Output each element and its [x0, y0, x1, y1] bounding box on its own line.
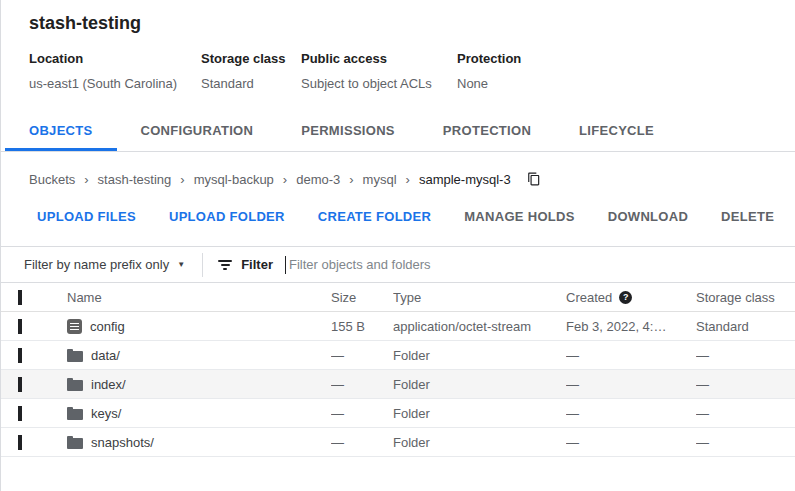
info-label: Location [29, 51, 201, 66]
info-value: us-east1 (South Carolina) [29, 76, 201, 91]
column-header-size: Size [331, 290, 393, 305]
table-header-row: Name Size Type Created ? Storage class [1, 283, 795, 312]
row-checkbox[interactable] [18, 319, 22, 334]
row-checkbox[interactable] [18, 406, 22, 421]
delete-button[interactable]: DELETE [721, 209, 774, 224]
breadcrumb-item-buckets[interactable]: Buckets [29, 172, 75, 187]
object-name-link[interactable]: index/ [91, 377, 126, 392]
column-header-storage-class: Storage class [696, 290, 795, 305]
folder-icon [67, 380, 83, 391]
filter-input[interactable] [289, 257, 795, 272]
row-checkbox[interactable] [18, 377, 22, 392]
object-size: — [331, 348, 393, 363]
info-value: Standard [201, 76, 301, 91]
object-created: — [566, 406, 696, 421]
filter-list-icon [218, 260, 232, 270]
column-header-name: Name [67, 290, 331, 305]
breadcrumb-item-folder[interactable]: mysql [363, 172, 397, 187]
dropdown-arrow-icon: ▼ [177, 260, 185, 269]
row-checkbox[interactable] [18, 348, 22, 363]
tab-configuration[interactable]: CONFIGURATION [117, 112, 278, 151]
chevron-right-icon: › [180, 172, 184, 187]
object-storage-class: Standard [696, 319, 795, 334]
row-checkbox[interactable] [18, 435, 22, 450]
object-created: — [566, 348, 696, 363]
chevron-right-icon: › [406, 172, 410, 187]
text-caret [285, 256, 286, 274]
object-name-link[interactable]: snapshots/ [91, 435, 154, 450]
vertical-divider [202, 253, 203, 277]
folder-icon [67, 438, 83, 449]
object-storage-class: — [696, 435, 795, 450]
tab-objects[interactable]: OBJECTS [5, 112, 117, 151]
bucket-info-row: Location us-east1 (South Carolina) Stora… [29, 51, 795, 91]
object-type: Folder [393, 377, 566, 392]
tab-protection[interactable]: PROTECTION [419, 112, 555, 151]
object-size: 155 B [331, 319, 393, 334]
info-label: Storage class [201, 51, 301, 66]
object-type: Folder [393, 435, 566, 450]
object-storage-class: — [696, 348, 795, 363]
table-row: snapshots/ — Folder — — [1, 428, 795, 457]
object-name-link[interactable]: data/ [91, 348, 120, 363]
object-storage-class: — [696, 406, 795, 421]
breadcrumb-item-folder[interactable]: demo-3 [296, 172, 340, 187]
table-row: config 155 B application/octet-stream Fe… [1, 312, 795, 341]
manage-holds-button[interactable]: MANAGE HOLDS [464, 209, 575, 224]
object-created: — [566, 435, 696, 450]
object-type: application/octet-stream [393, 319, 566, 334]
breadcrumb-current: sample-mysql-3 [419, 172, 511, 187]
filter-scope-dropdown[interactable]: Filter by name prefix only ▼ [24, 257, 185, 272]
download-button[interactable]: DOWNLOAD [608, 209, 688, 224]
object-type: Folder [393, 406, 566, 421]
info-value: Subject to object ACLs [301, 76, 457, 91]
column-header-type: Type [393, 290, 566, 305]
info-public-access: Public access Subject to object ACLs [301, 51, 457, 91]
breadcrumb-item-folder[interactable]: mysql-backup [194, 172, 274, 187]
tab-bar: OBJECTS CONFIGURATION PERMISSIONS PROTEC… [1, 112, 795, 152]
chevron-right-icon: › [84, 172, 88, 187]
object-type: Folder [393, 348, 566, 363]
folder-icon [67, 351, 83, 362]
filter-bar: Filter by name prefix only ▼ Filter [1, 246, 795, 283]
object-created: — [566, 377, 696, 392]
object-name-link[interactable]: keys/ [91, 406, 121, 421]
chevron-right-icon: › [349, 172, 353, 187]
object-storage-class: — [696, 377, 795, 392]
copy-path-button[interactable] [527, 171, 541, 187]
upload-folder-button[interactable]: UPLOAD FOLDER [169, 209, 285, 224]
bucket-details-page: stash-testing Location us-east1 (South C… [1, 0, 795, 457]
chevron-right-icon: › [283, 172, 287, 187]
table-row: index/ — Folder — — [1, 370, 795, 399]
filter-label: Filter [241, 257, 273, 272]
folder-icon [67, 409, 83, 420]
breadcrumb-item-bucket[interactable]: stash-testing [98, 172, 172, 187]
object-actions-bar: UPLOAD FILES UPLOAD FOLDER CREATE FOLDER… [1, 200, 795, 235]
page-title: stash-testing [29, 13, 795, 34]
copy-icon [527, 171, 541, 187]
objects-table: Name Size Type Created ? Storage class c… [1, 283, 795, 457]
object-size: — [331, 377, 393, 392]
info-location: Location us-east1 (South Carolina) [29, 51, 201, 91]
breadcrumb: Buckets › stash-testing › mysql-backup ›… [1, 152, 795, 200]
object-name-link[interactable]: config [90, 319, 125, 334]
upload-files-button[interactable]: UPLOAD FILES [37, 209, 136, 224]
create-folder-button[interactable]: CREATE FOLDER [318, 209, 431, 224]
info-value: None [457, 76, 521, 91]
info-storage-class: Storage class Standard [201, 51, 301, 91]
select-all-checkbox[interactable] [18, 290, 22, 305]
table-row: data/ — Folder — — [1, 341, 795, 370]
object-size: — [331, 406, 393, 421]
tab-permissions[interactable]: PERMISSIONS [277, 112, 419, 151]
column-header-created: Created ? [566, 290, 696, 305]
info-label: Protection [457, 51, 521, 66]
help-icon[interactable]: ? [619, 291, 632, 304]
file-icon [67, 319, 82, 334]
filter-scope-label: Filter by name prefix only [24, 257, 169, 272]
table-row: keys/ — Folder — — [1, 399, 795, 428]
object-created: Feb 3, 2022, 4:… [566, 319, 696, 334]
bucket-header: stash-testing Location us-east1 (South C… [1, 0, 795, 91]
info-protection: Protection None [457, 51, 521, 91]
tab-lifecycle[interactable]: LIFECYCLE [555, 112, 678, 151]
object-size: — [331, 435, 393, 450]
